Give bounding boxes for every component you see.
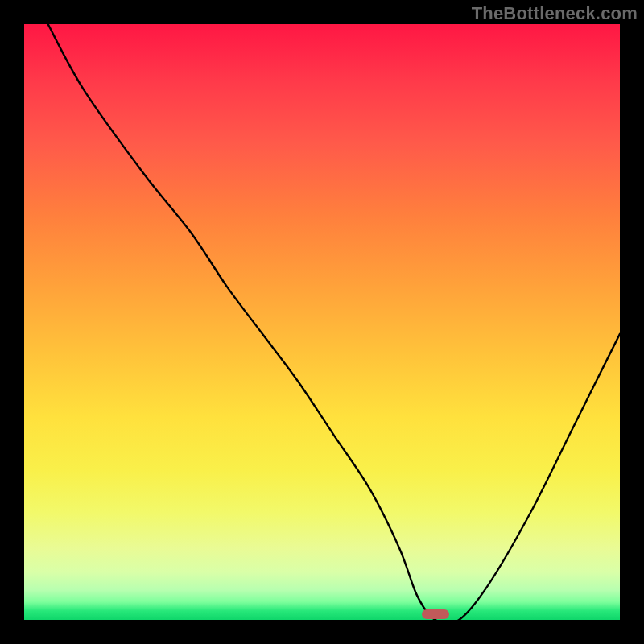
plot-area: [24, 24, 620, 620]
optimum-marker: [422, 609, 449, 619]
curve-svg: [24, 24, 620, 620]
watermark-text: TheBottleneck.com: [472, 3, 638, 24]
bottleneck-curve-path: [48, 24, 620, 620]
chart-frame: TheBottleneck.com: [0, 0, 644, 644]
